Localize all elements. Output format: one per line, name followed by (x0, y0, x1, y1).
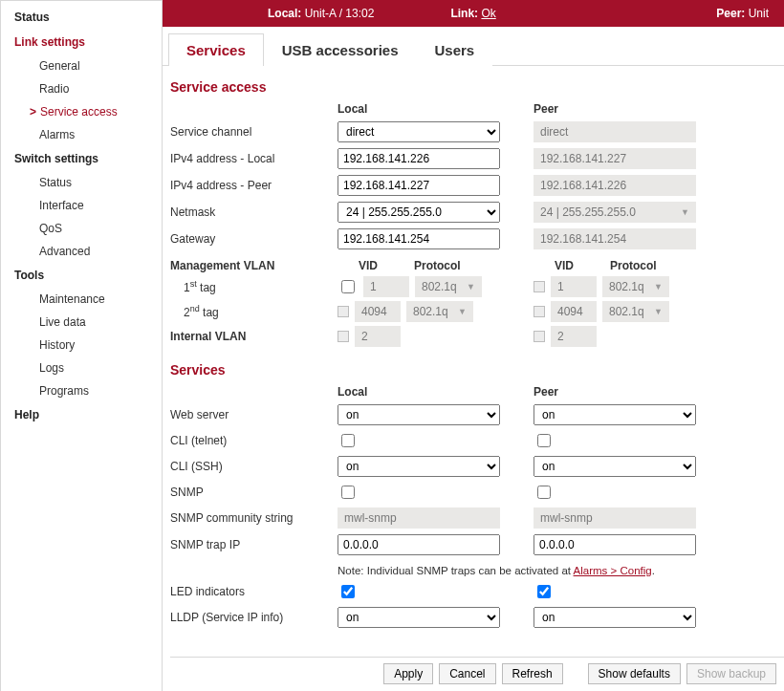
label-2nd-tag: 2nd tag (170, 304, 338, 319)
topbar-peer-label: Peer: (716, 7, 745, 20)
sidebar-item-switch-status[interactable]: Status (1, 171, 162, 194)
input-snmp-trap-peer[interactable] (534, 534, 696, 555)
input-snmp-trap-local[interactable] (338, 534, 500, 555)
show-defaults-button[interactable]: Show defaults (588, 663, 681, 684)
checkbox-tag2-peer (534, 306, 545, 317)
label-web-server: Web server (170, 408, 338, 421)
sidebar-item-qos[interactable]: QoS (1, 217, 162, 240)
sidebar-item-interface[interactable]: Interface (1, 194, 162, 217)
chevron-down-icon: ▼ (458, 307, 467, 316)
refresh-button[interactable]: Refresh (502, 663, 563, 684)
checkbox-led-local[interactable] (341, 585, 355, 598)
link-alarms-config[interactable]: Alarms > Config (574, 565, 652, 576)
label-vid-local: VID (357, 259, 414, 272)
snmp-trap-note: Note: Individual SNMP traps can be activ… (338, 565, 715, 576)
tab-users[interactable]: Users (416, 33, 492, 66)
label-vid-peer: VID (553, 259, 610, 272)
column-header-peer-2: Peer (534, 385, 715, 399)
select-service-channel-local[interactable]: direct (338, 121, 500, 142)
select-lldp-peer[interactable]: on (534, 607, 696, 628)
readonly-gateway-peer: 192.168.141.254 (534, 228, 696, 249)
sidebar-item-maintenance[interactable]: Maintenance (1, 288, 162, 311)
readonly-internal-peer: 2 (551, 326, 597, 347)
label-management-vlan: Management VLAN (170, 259, 338, 272)
label-netmask: Netmask (170, 205, 338, 219)
topbar-peer-value: Unit (749, 7, 769, 20)
tab-usb-accessories[interactable]: USB accessories (264, 33, 417, 66)
readonly-ipv4-local-peer: 192.168.141.227 (534, 148, 696, 169)
sidebar-item-label: Service access (40, 105, 118, 119)
input-gateway-local[interactable] (338, 228, 500, 249)
footer-button-bar: Apply Cancel Refresh Show defaults Show … (170, 657, 784, 691)
top-status-bar: Local: Unit-A / 13:02 Link: Ok Peer: Uni… (163, 0, 784, 27)
select-web-peer[interactable]: on (534, 404, 696, 425)
label-cli-telnet: CLI (telnet) (170, 434, 338, 447)
readonly-tag1-vid-peer: 1 (551, 276, 597, 297)
section-title-services: Services (170, 362, 784, 378)
chevron-right-icon: > (30, 105, 36, 119)
topbar-local-label: Local: (268, 7, 301, 20)
readonly-tag2-vid-local: 4094 (355, 301, 401, 322)
readonly-tag1-vid-local: 1 (363, 276, 409, 297)
select-web-local[interactable]: on (338, 404, 500, 425)
label-led-indicators: LED indicators (170, 585, 338, 598)
label-1st-tag: 1st tag (170, 279, 338, 294)
chevron-down-icon: ▼ (654, 307, 663, 316)
input-ipv4-peer-local[interactable] (338, 175, 500, 196)
select-netmask-local[interactable]: 24 | 255.255.255.0 (338, 202, 500, 223)
sidebar-item-logs[interactable]: Logs (1, 356, 162, 379)
checkbox-telnet-local[interactable] (341, 434, 355, 447)
sidebar-item-history[interactable]: History (1, 334, 162, 356)
sidebar-item-programs[interactable]: Programs (1, 379, 162, 402)
sidebar-item-radio[interactable]: Radio (1, 77, 162, 100)
chevron-down-icon: ▼ (681, 207, 689, 217)
checkbox-led-peer[interactable] (537, 585, 551, 598)
select-lldp-local[interactable]: on (338, 607, 500, 628)
label-lldp: LLDP (Service IP info) (170, 611, 338, 624)
cancel-button[interactable]: Cancel (439, 663, 495, 684)
show-backup-button: Show backup (686, 663, 776, 684)
sidebar-nav: Status Link settings General Radio >Serv… (0, 0, 163, 691)
readonly-tag2-proto-peer: 802.1q▼ (602, 301, 669, 322)
sidebar-item-service-access[interactable]: >Service access (1, 100, 162, 123)
label-gateway: Gateway (170, 232, 338, 246)
chevron-down-icon: ▼ (654, 282, 663, 292)
sidebar-item-status[interactable]: Status (1, 5, 162, 30)
column-header-local-2: Local (338, 385, 519, 399)
apply-button[interactable]: Apply (383, 663, 433, 684)
sidebar-item-advanced[interactable]: Advanced (1, 240, 162, 263)
sidebar-item-help[interactable]: Help (1, 402, 162, 427)
checkbox-tag1-peer (534, 281, 545, 292)
input-ipv4-local-local[interactable] (338, 148, 500, 169)
select-ssh-local[interactable]: on (338, 456, 500, 477)
label-protocol-local: Protocol (414, 259, 490, 272)
checkbox-tag1-local[interactable] (341, 280, 355, 293)
checkbox-internal-local (338, 331, 349, 342)
checkbox-internal-peer (534, 331, 545, 342)
sidebar-item-alarms[interactable]: Alarms (1, 123, 162, 146)
tab-services[interactable]: Services (168, 33, 264, 66)
checkbox-telnet-peer[interactable] (537, 434, 551, 447)
label-snmp: SNMP (170, 486, 338, 499)
readonly-tag1-proto-local: 802.1q▼ (415, 276, 482, 297)
sidebar-item-tools[interactable]: Tools (1, 263, 162, 288)
label-ipv4-peer: IPv4 address - Peer (170, 179, 338, 192)
select-ssh-peer[interactable]: on (534, 456, 696, 477)
chevron-down-icon: ▼ (467, 282, 475, 292)
topbar-link-value[interactable]: Ok (481, 7, 495, 20)
label-snmp-community: SNMP community string (170, 511, 338, 525)
label-snmp-trap-ip: SNMP trap IP (170, 538, 338, 551)
section-title-service-access: Service access (170, 79, 784, 95)
checkbox-snmp-local[interactable] (341, 486, 355, 499)
sidebar-item-switch-settings[interactable]: Switch settings (1, 146, 162, 171)
sidebar-item-live-data[interactable]: Live data (1, 311, 162, 334)
readonly-tag2-vid-peer: 4094 (551, 301, 597, 322)
checkbox-snmp-peer[interactable] (537, 486, 551, 499)
readonly-ipv4-peer-peer: 192.168.141.226 (534, 175, 696, 196)
readonly-tag1-proto-peer: 802.1q▼ (602, 276, 669, 297)
label-protocol-peer: Protocol (610, 259, 686, 272)
readonly-snmp-community-peer: mwl-snmp (534, 507, 696, 529)
sidebar-item-general[interactable]: General (1, 54, 162, 77)
readonly-tag2-proto-local: 802.1q▼ (406, 301, 473, 322)
sidebar-item-link-settings[interactable]: Link settings (1, 30, 162, 54)
